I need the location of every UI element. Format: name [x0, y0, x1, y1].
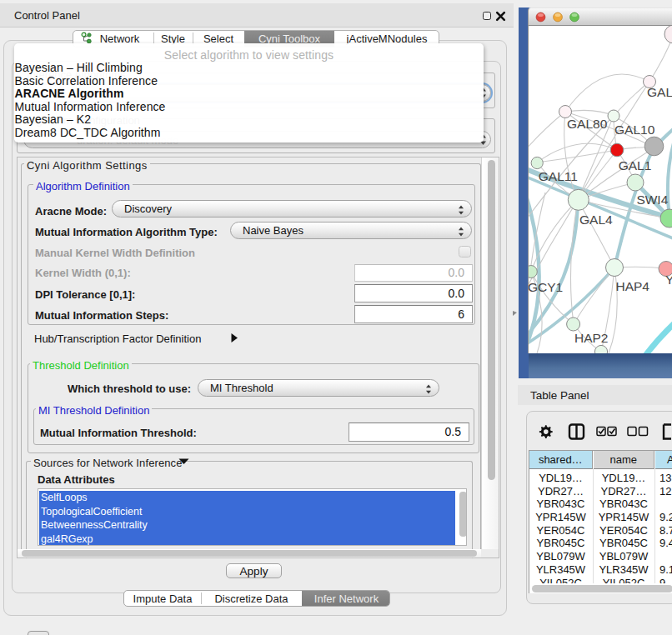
svg-text:SWI4: SWI4: [636, 192, 668, 207]
svg-text:YM: YM: [665, 272, 672, 287]
svg-text:GAL1: GAL1: [619, 158, 652, 172]
svg-text:GCY1: GCY1: [529, 280, 563, 294]
svg-text:HAP4: HAP4: [616, 279, 650, 293]
svg-text:HAP2: HAP2: [574, 331, 609, 345]
svg-text:GAL10: GAL10: [614, 122, 655, 137]
svg-text:GAL80: GAL80: [567, 117, 608, 131]
svg-text:GAL4: GAL4: [579, 212, 613, 227]
svg-text:GAL11: GAL11: [539, 169, 578, 183]
svg-text:GAL2: GAL2: [647, 85, 672, 99]
